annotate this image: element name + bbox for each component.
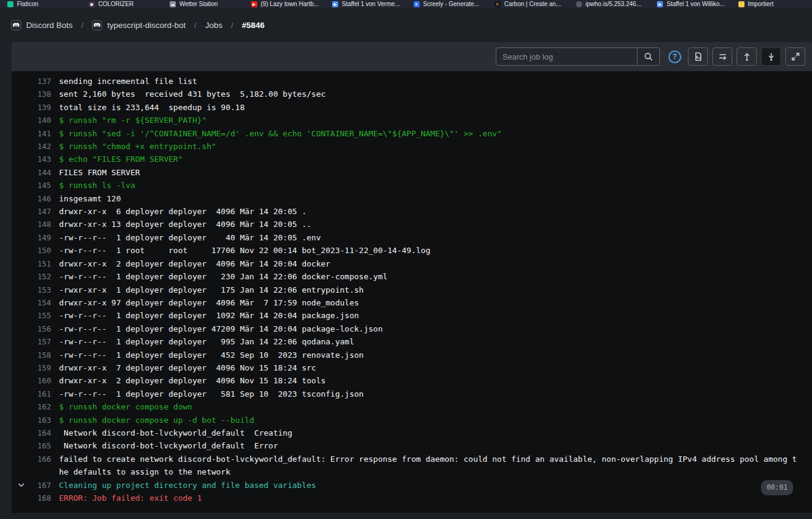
line-number[interactable]: 158 [26, 349, 51, 361]
log-line: 162$ runssh docker compose down [12, 400, 812, 413]
browser-tab[interactable]: CCarbon | Create an... [487, 1, 569, 7]
line-number[interactable]: 156 [26, 322, 51, 335]
log-gutter [12, 270, 26, 283]
globe-icon [576, 1, 582, 7]
line-number[interactable]: 162 [26, 400, 51, 413]
log-text: $ runssh "chmod +x entrypoint.sh" [59, 140, 799, 153]
log-gutter [12, 114, 26, 127]
log-text: $ runssh ls -lva [59, 179, 799, 192]
raw-log-button[interactable] [688, 47, 708, 66]
search-input[interactable] [496, 48, 637, 65]
log-text[interactable]: Cleaning up project directory and file b… [59, 479, 799, 492]
browser-tab[interactable]: Importiert [731, 1, 812, 7]
log-gutter [12, 75, 26, 88]
browser-tab[interactable]: ☁Wetter Station [162, 1, 244, 7]
log-line: 149-rw-r--r-- 1 deployer deployer 40 Mär… [12, 231, 812, 244]
line-number[interactable]: 141 [26, 127, 51, 140]
log-line: 168ERROR: Job failed: exit code 1 [12, 492, 812, 504]
log-gutter [12, 127, 26, 140]
log-text: drwxr-xr-x 6 deployer deployer 4096 Mär … [59, 205, 799, 218]
log-gutter [12, 88, 26, 100]
line-number[interactable]: 149 [26, 231, 51, 244]
line-number[interactable]: 163 [26, 414, 51, 427]
log-gutter [12, 166, 26, 179]
scroll-top-button[interactable] [737, 47, 757, 66]
search-submit-button[interactable] [637, 48, 659, 65]
log-line: 147drwxr-xr-x 6 deployer deployer 4096 M… [12, 205, 812, 218]
browser-tab-title: ipwho.is/5.253.246... [586, 1, 642, 7]
youtube-icon: ▶ [251, 1, 257, 7]
log-line: 164 Network discord-bot-lvckyworld_defau… [12, 427, 812, 439]
log-line: 160drwxr-xr-x 2 deployer deployer 4096 N… [12, 374, 812, 387]
log-gutter [12, 231, 26, 244]
play-icon: ▶ [332, 1, 338, 7]
log-text: total size is 233,644 speedup is 90.18 [59, 101, 799, 114]
line-number[interactable]: 137 [26, 75, 51, 88]
line-number[interactable]: 146 [26, 192, 51, 205]
line-number[interactable]: 168 [26, 492, 51, 504]
line-number[interactable]: 155 [26, 309, 51, 322]
line-number[interactable]: 152 [26, 270, 51, 283]
breadcrumb-item[interactable]: Jobs [205, 21, 223, 30]
log-gutter [12, 453, 26, 479]
log-text: FILES FROM SERVER [59, 166, 799, 179]
line-number[interactable]: 160 [26, 374, 51, 387]
scroll-to-failure-button[interactable] [712, 47, 732, 66]
log-line: 165 Network discord-bot-lvckyworld_defau… [12, 439, 812, 452]
log-line: 161-rw-r--r-- 1 deployer deployer 581 Se… [12, 388, 812, 400]
line-number[interactable]: 153 [26, 284, 51, 296]
browser-tab[interactable]: ▶Staffel 1 von Williko... [650, 1, 731, 7]
log-text: -rw-r--r-- 1 deployer deployer 40 Mär 14… [59, 231, 799, 244]
log-line: 166failed to create network discord-bot-… [12, 453, 812, 479]
fullscreen-button[interactable] [785, 47, 805, 66]
log-line: 153-rwxr-xr-x 1 deployer deployer 175 Ja… [12, 284, 812, 296]
line-number[interactable]: 166 [26, 453, 51, 479]
section-chevron-icon[interactable] [12, 479, 26, 492]
help-icon[interactable]: ? [668, 51, 681, 63]
line-number[interactable]: 140 [26, 114, 51, 127]
line-number[interactable]: 157 [26, 335, 51, 348]
log-gutter [12, 244, 26, 257]
job-log-toolbar: ? [12, 42, 812, 71]
line-number[interactable]: 143 [26, 153, 51, 165]
log-text: $ runssh docker compose up -d bot --buil… [59, 414, 799, 427]
log-gutter [12, 388, 26, 400]
browser-tab[interactable]: ▶(9) Lazy town Hartb... [244, 1, 325, 7]
browser-tab[interactable]: ◉COLORIZER [82, 1, 163, 7]
browser-tab[interactable]: ipwho.is/5.253.246... [569, 1, 650, 7]
line-number[interactable]: 159 [26, 361, 51, 374]
line-number[interactable]: 147 [26, 205, 51, 218]
browser-tab[interactable]: Flaticon [0, 1, 82, 7]
scroll-bottom-button[interactable] [761, 47, 781, 66]
browser-tab[interactable]: ▶Staffel 1 von Verme... [325, 1, 406, 7]
log-text: -rw-r--r-- 1 deployer deployer 581 Sep 1… [59, 388, 799, 400]
line-number[interactable]: 150 [26, 244, 51, 257]
breadcrumb-item[interactable]: Discord Bots [26, 21, 73, 30]
line-number[interactable]: 151 [26, 257, 51, 270]
log-gutter [12, 179, 26, 192]
browser-tab-title: (9) Lazy town Hartb... [261, 1, 319, 7]
line-number[interactable]: 139 [26, 101, 51, 114]
browser-tab[interactable]: SScreely - Generate... [406, 1, 488, 7]
line-number[interactable]: 167 [26, 479, 51, 492]
log-text: $ echo "FILES FROM SERVER" [59, 153, 799, 165]
line-number[interactable]: 142 [26, 140, 51, 153]
line-number[interactable]: 154 [26, 296, 51, 309]
line-number[interactable]: 138 [26, 88, 51, 100]
log-gutter [12, 192, 26, 205]
line-number[interactable]: 145 [26, 179, 51, 192]
log-gutter [12, 414, 26, 427]
log-text: -rw-r--r-- 1 deployer deployer 230 Jan 1… [59, 270, 799, 283]
log-gutter [12, 257, 26, 270]
line-number[interactable]: 144 [26, 166, 51, 179]
arrow-up-icon [742, 52, 752, 61]
log-text: $ runssh docker compose down [59, 400, 799, 413]
log-gutter [12, 400, 26, 413]
line-number[interactable]: 148 [26, 218, 51, 231]
log-line: 140$ runssh "rm -r ${SERVER_PATH}" [12, 114, 812, 127]
line-number[interactable]: 164 [26, 427, 51, 439]
line-number[interactable]: 165 [26, 439, 51, 452]
log-gutter [12, 361, 26, 374]
breadcrumb-item[interactable]: typescript-discord-bot [107, 21, 186, 30]
line-number[interactable]: 161 [26, 388, 51, 400]
